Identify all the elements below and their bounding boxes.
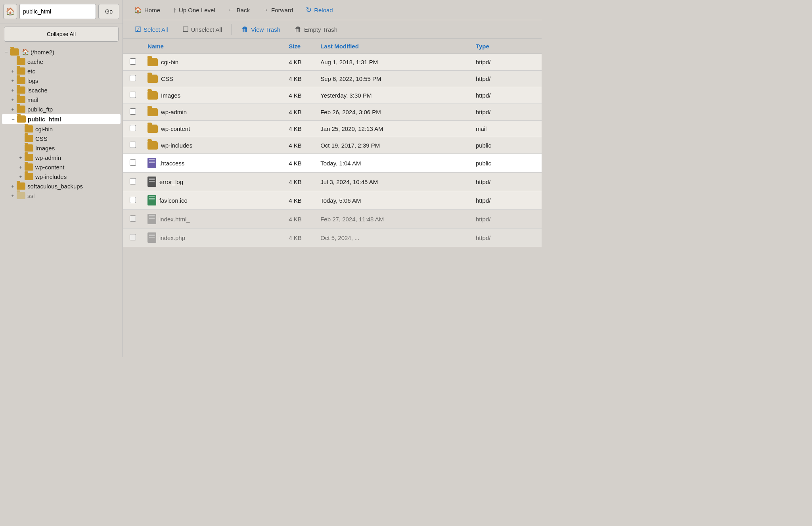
row-name-cell[interactable]: wp-admin [143, 104, 284, 121]
file-name: wp-includes [161, 142, 192, 149]
table-row[interactable]: error_log4 KBJul 3, 2024, 10:45 AMhttpd/ [123, 173, 542, 191]
row-checkbox-cell[interactable] [123, 71, 143, 87]
sidebar-item-cache[interactable]: cache [2, 57, 121, 66]
row-name-cell[interactable]: .htaccess [143, 154, 284, 173]
row-checkbox[interactable] [130, 178, 136, 184]
toggle-public-html[interactable]: − [10, 116, 16, 122]
row-checkbox[interactable] [130, 108, 136, 115]
row-name-cell[interactable]: favicon.ico [143, 191, 284, 210]
table-row[interactable]: index.php4 KBOct 5, 2024, ...httpd/ [123, 228, 542, 247]
col-modified[interactable]: Last Modified [316, 39, 471, 54]
row-checkbox[interactable] [130, 215, 136, 222]
sidebar-item-softaculous[interactable]: + softaculous_backups [2, 181, 121, 191]
toggle-mail[interactable]: + [10, 97, 16, 103]
sidebar-item-label-cache: cache [27, 58, 43, 65]
toggle-softaculous[interactable]: + [10, 183, 16, 189]
table-row[interactable]: favicon.ico4 KBToday, 5:06 AMhttpd/ [123, 191, 542, 210]
toggle-wp-includes-sub[interactable]: + [17, 174, 24, 180]
sidebar-item-mail[interactable]: + mail [2, 95, 121, 104]
toggle-wp-content-sub[interactable]: + [17, 164, 24, 170]
sidebar-go-button[interactable]: Go [98, 4, 119, 19]
sidebar-item-lscache[interactable]: + lscache [2, 85, 121, 95]
row-name-cell[interactable]: wp-includes [143, 137, 284, 154]
row-checkbox[interactable] [130, 159, 136, 166]
sidebar-item-wp-includes-sub[interactable]: + wp-includes [2, 172, 121, 181]
collapse-all-button[interactable]: Collapse All [4, 27, 119, 42]
row-checkbox[interactable] [130, 142, 136, 148]
row-checkbox-cell[interactable] [123, 154, 143, 173]
up-one-level-button[interactable]: ↑ Up One Level [167, 4, 222, 17]
row-checkbox[interactable] [130, 75, 136, 81]
row-name-cell[interactable]: CSS [143, 71, 284, 87]
sidebar-path-input[interactable] [19, 4, 96, 19]
empty-trash-button[interactable]: 🗑 Empty Trash [287, 23, 345, 36]
row-checkbox[interactable] [130, 234, 136, 240]
sidebar-home-button[interactable]: 🏠 [3, 4, 17, 19]
table-row[interactable]: wp-content4 KBJan 25, 2020, 12:13 AMmail [123, 121, 542, 137]
file-name: error_log [159, 179, 183, 185]
row-name-cell[interactable]: error_log [143, 173, 284, 191]
row-name-cell[interactable]: index.html_ [143, 210, 284, 228]
folder-icon-images-sub [25, 144, 33, 152]
col-name[interactable]: Name [143, 39, 284, 54]
row-checkbox-cell[interactable] [123, 54, 143, 71]
row-checkbox[interactable] [130, 125, 136, 131]
col-type[interactable]: Type [471, 39, 542, 54]
view-trash-button[interactable]: 🗑 View Trash [234, 23, 287, 36]
table-row[interactable]: cgi-bin4 KBAug 1, 2018, 1:31 PMhttpd/ [123, 54, 542, 71]
row-checkbox[interactable] [130, 92, 136, 98]
table-row[interactable]: index.html_4 KBFeb 27, 2024, 11:48 AMhtt… [123, 210, 542, 228]
table-row[interactable]: Images4 KBYesterday, 3:30 PMhttpd/ [123, 87, 542, 104]
sidebar-item-etc[interactable]: + etc [2, 66, 121, 76]
sidebar-item-logs[interactable]: + logs [2, 76, 121, 85]
sidebar-item-css-sub[interactable]: CSS [2, 134, 121, 143]
row-checkbox-cell[interactable] [123, 104, 143, 121]
row-name-cell[interactable]: wp-content [143, 121, 284, 137]
row-name-cell[interactable]: index.php [143, 228, 284, 247]
sidebar-item-wp-content-sub[interactable]: + wp-content [2, 162, 121, 172]
sidebar-item-label-etc: etc [27, 68, 35, 75]
forward-button[interactable]: → Forward [256, 4, 299, 16]
back-button[interactable]: ← Back [222, 4, 256, 16]
file-name: wp-admin [161, 109, 187, 115]
toggle-logs[interactable]: + [10, 78, 16, 84]
home-button[interactable]: 🏠 Home [128, 4, 167, 16]
row-name-cell[interactable]: Images [143, 87, 284, 104]
sidebar-item-wp-admin-sub[interactable]: + wp-admin [2, 153, 121, 162]
sidebar-item-ssl[interactable]: + ssl [2, 191, 121, 200]
table-row[interactable]: wp-admin4 KBFeb 26, 2024, 3:06 PMhttpd/ [123, 104, 542, 121]
toggle-wp-admin-sub[interactable]: + [17, 155, 24, 161]
row-checkbox-cell[interactable] [123, 87, 143, 104]
sidebar-item-cgi-bin-sub[interactable]: cgi-bin [2, 124, 121, 134]
table-row[interactable]: CSS4 KBSep 6, 2022, 10:55 PMhttpd/ [123, 71, 542, 87]
toggle-lscache[interactable]: + [10, 87, 16, 93]
row-checkbox[interactable] [130, 197, 136, 203]
select-all-button[interactable]: ☑ Select All [128, 23, 175, 36]
row-checkbox-cell[interactable] [123, 228, 143, 247]
row-checkbox[interactable] [130, 58, 136, 65]
toggle-ssl[interactable]: + [10, 193, 16, 199]
toggle-etc[interactable]: + [10, 68, 16, 74]
toggle-public-ftp[interactable]: + [10, 106, 16, 112]
toggle-home2[interactable]: − [3, 49, 10, 55]
sidebar-item-public-html[interactable]: − public_html [2, 114, 121, 124]
row-checkbox-cell[interactable] [123, 210, 143, 228]
sidebar-item-public-ftp[interactable]: + public_ftp [2, 104, 121, 114]
sidebar-item-label-public-html: public_html [28, 116, 61, 123]
reload-button[interactable]: ↻ Reload [299, 3, 339, 17]
empty-trash-label: Empty Trash [304, 26, 337, 33]
sidebar-item-label-ssl: ssl [27, 192, 34, 199]
row-checkbox-cell[interactable] [123, 173, 143, 191]
sidebar-item-home2[interactable]: − 🏠 (/home2) [2, 47, 121, 57]
row-name-cell[interactable]: cgi-bin [143, 54, 284, 71]
table-row[interactable]: wp-includes4 KBOct 19, 2017, 2:39 PMpubl… [123, 137, 542, 154]
row-checkbox-cell[interactable] [123, 137, 143, 154]
file-icon [147, 177, 156, 187]
folder-icon-etc [17, 67, 25, 75]
unselect-all-button[interactable]: ☐ Unselect All [175, 23, 229, 36]
row-checkbox-cell[interactable] [123, 121, 143, 137]
row-checkbox-cell[interactable] [123, 191, 143, 210]
sidebar-item-images-sub[interactable]: Images [2, 143, 121, 153]
col-size[interactable]: Size [284, 39, 316, 54]
table-row[interactable]: .htaccess4 KBToday, 1:04 AMpublic [123, 154, 542, 173]
